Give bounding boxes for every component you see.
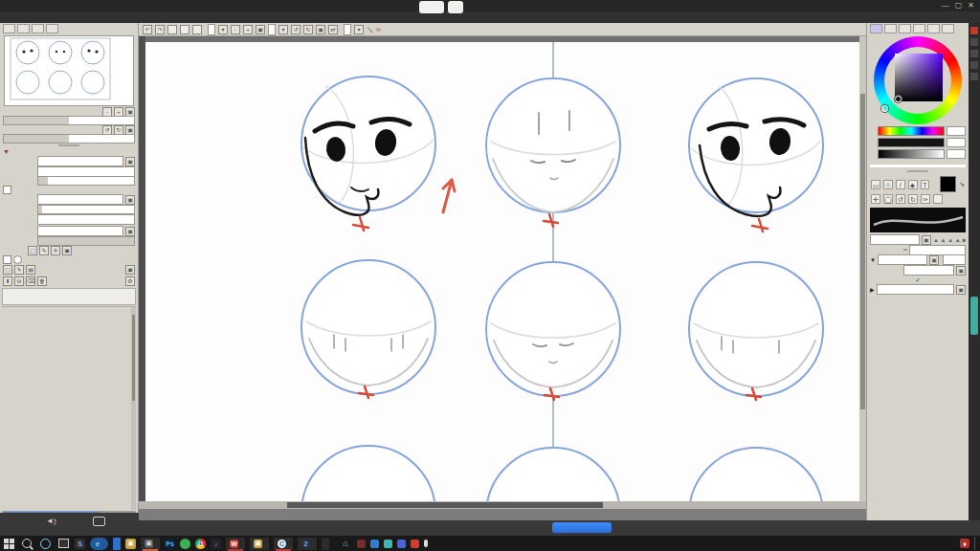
stream-chat-icon[interactable] bbox=[93, 517, 105, 526]
opacity-slider[interactable] bbox=[37, 236, 135, 246]
speaker-icon[interactable] bbox=[419, 1, 444, 13]
strip-icon-3[interactable] bbox=[970, 61, 978, 69]
paper-texture-select[interactable] bbox=[37, 156, 123, 166]
canvas-rotate-ccw-button[interactable]: ↺ bbox=[291, 25, 301, 34]
canvas-angle-reset-button[interactable]: ▣ bbox=[316, 25, 325, 34]
move-tool-icon[interactable]: ✛ bbox=[871, 194, 880, 204]
cortana-icon[interactable] bbox=[38, 538, 52, 550]
s-value[interactable] bbox=[947, 138, 966, 147]
layer-settings-button[interactable]: ⚙ bbox=[125, 276, 135, 286]
window-button-kejian[interactable]: ▣ bbox=[250, 538, 269, 550]
rotate-tool-icon[interactable]: ↺ bbox=[896, 194, 905, 204]
direction-menu-button[interactable]: ▣ bbox=[956, 266, 966, 276]
rotate-cw-button[interactable]: ↻ bbox=[114, 125, 123, 135]
angle-menu-button[interactable]: ▾ bbox=[278, 25, 288, 34]
window-button-huitu[interactable] bbox=[322, 538, 329, 550]
layer-menu-button[interactable]: ▣ bbox=[125, 265, 135, 275]
brush-blend-menu-button[interactable]: ▣ bbox=[922, 235, 931, 245]
close-button[interactable]: ✕ bbox=[968, 0, 974, 11]
rect-select-icon[interactable]: ▭ bbox=[871, 180, 880, 189]
rotate2-tool-icon[interactable]: ↻ bbox=[908, 194, 918, 204]
color-swatch-2[interactable] bbox=[180, 25, 189, 34]
brush-blend-select[interactable] bbox=[870, 234, 920, 245]
window-button-kebiao[interactable] bbox=[113, 538, 121, 550]
s-slider[interactable] bbox=[878, 138, 945, 147]
lock-move-button[interactable]: ✛ bbox=[51, 246, 60, 255]
h-value[interactable] bbox=[947, 126, 966, 136]
effect-width-slider[interactable] bbox=[37, 205, 135, 214]
paper-scale-slider[interactable] bbox=[37, 176, 135, 186]
brush-texture-menu-button[interactable]: ▣ bbox=[956, 285, 966, 295]
app-yellow-icon[interactable]: ▣ bbox=[125, 539, 136, 549]
v-slider[interactable] bbox=[878, 149, 945, 159]
blend-mode-menu-button[interactable]: ▣ bbox=[125, 227, 135, 236]
strip-close-icon[interactable] bbox=[970, 27, 978, 34]
app-s-icon[interactable]: S bbox=[75, 539, 85, 549]
canvas-angle-value[interactable] bbox=[268, 24, 276, 35]
tray-app-blue[interactable] bbox=[370, 540, 379, 548]
nav-angle-slider[interactable] bbox=[3, 134, 135, 143]
rotate-ccw-button[interactable]: ↺ bbox=[102, 125, 112, 135]
zoom-reset-button[interactable]: ▣ bbox=[125, 107, 135, 117]
direction-select[interactable] bbox=[903, 265, 954, 276]
selection-source-radio[interactable] bbox=[13, 255, 22, 264]
lock-pen-button[interactable]: ✎ bbox=[39, 246, 49, 255]
canvas-rotate-cw-button[interactable]: ↻ bbox=[303, 25, 313, 34]
size-unit-toggle[interactable] bbox=[903, 249, 907, 251]
window-button-cctalk[interactable]: C bbox=[274, 538, 293, 550]
cctalk-action-button[interactable] bbox=[552, 522, 612, 533]
hue-marker[interactable] bbox=[881, 105, 888, 112]
new-folder-button[interactable]: ▤ bbox=[26, 265, 35, 275]
navigator-thumbnail[interactable] bbox=[4, 35, 134, 106]
notification-icon[interactable]: ♦ bbox=[960, 539, 969, 548]
window-button-sai[interactable]: ▣ bbox=[141, 538, 160, 550]
maximize-button[interactable]: ▢ bbox=[955, 0, 963, 11]
canvas-zoom-fit-button[interactable]: ▣ bbox=[256, 25, 265, 34]
canvas-zoom-in-button[interactable]: + bbox=[243, 25, 253, 34]
undo-button[interactable]: ↶ bbox=[143, 25, 152, 34]
text-tool-icon[interactable]: T bbox=[921, 180, 930, 189]
navigator-tab[interactable] bbox=[46, 24, 58, 33]
taskbar-search-box[interactable]: e bbox=[90, 538, 108, 550]
stabilizer-value[interactable] bbox=[344, 24, 351, 35]
chrome-icon[interactable] bbox=[195, 539, 206, 549]
flip-horizontal-button[interactable]: ⇄ bbox=[328, 25, 338, 34]
sv-square[interactable] bbox=[895, 54, 943, 101]
detect-direction-checkbox[interactable]: ✓ bbox=[915, 276, 920, 284]
microphone-icon[interactable] bbox=[424, 540, 428, 547]
minimize-button[interactable]: — bbox=[942, 0, 949, 11]
brush-size-input[interactable] bbox=[909, 245, 966, 255]
h-slider[interactable] bbox=[878, 126, 945, 136]
zoom-menu-button[interactable]: ▾ bbox=[218, 25, 228, 34]
snap-icon[interactable]: ∞ bbox=[376, 26, 381, 33]
merge-down-button[interactable]: ⬇ bbox=[3, 276, 12, 286]
color-wheel[interactable] bbox=[874, 36, 962, 124]
task-view-icon[interactable] bbox=[56, 538, 70, 550]
duplicate-layer-button[interactable]: ⧉ bbox=[14, 276, 24, 286]
effect-strength-input[interactable] bbox=[37, 214, 135, 225]
strip-icon-1[interactable] bbox=[970, 38, 978, 46]
canvas-zoom-out-button[interactable]: - bbox=[231, 25, 240, 34]
lock-transparency-button[interactable]: ▢ bbox=[28, 246, 37, 255]
show-desktop-button[interactable] bbox=[974, 537, 978, 550]
tray-app-indigo[interactable] bbox=[397, 540, 406, 548]
layer-list-scrollbar[interactable] bbox=[131, 307, 136, 510]
lasso-icon[interactable]: ☉ bbox=[883, 180, 893, 189]
green-app-icon[interactable] bbox=[180, 539, 190, 549]
canvas-area[interactable] bbox=[139, 36, 866, 501]
apply-preview-checkbox[interactable] bbox=[3, 186, 11, 194]
brush-shape-menu-button[interactable]: ▣ bbox=[929, 255, 939, 265]
bucket-icon[interactable]: ◈ bbox=[908, 180, 918, 189]
empty-tool-slot[interactable] bbox=[933, 194, 943, 204]
line-tool-icon[interactable]: ＼ bbox=[367, 25, 373, 34]
navigator-tab[interactable] bbox=[3, 24, 15, 33]
stroke-icon[interactable]: ➘ bbox=[959, 181, 965, 188]
zoom-tool-icon[interactable]: ◯ bbox=[883, 194, 893, 204]
eyedropper-icon[interactable]: ✑ bbox=[921, 194, 930, 204]
effects-section-header[interactable]: ▼ bbox=[0, 147, 138, 156]
bristle-value[interactable] bbox=[943, 254, 966, 265]
strip-icon-2[interactable] bbox=[970, 50, 978, 57]
current-color-swatch[interactable] bbox=[940, 176, 956, 192]
zoom-out-button[interactable]: - bbox=[102, 107, 112, 117]
color-wheel-tab[interactable] bbox=[870, 24, 882, 33]
